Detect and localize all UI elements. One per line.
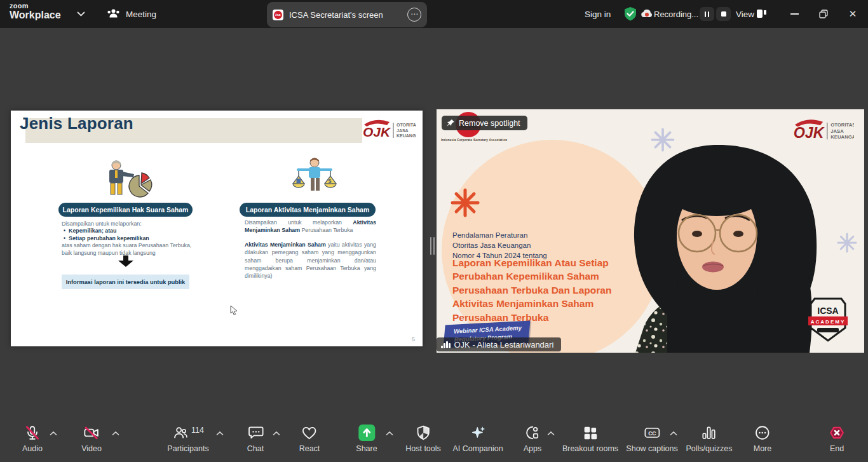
pin-icon	[447, 119, 455, 127]
svg-text:OTORITAS: OTORITAS	[831, 122, 854, 128]
end-label: End	[830, 444, 844, 453]
pause-recording-button[interactable]	[700, 7, 714, 21]
meeting-controls: Audio Video 114 Participants Chat React	[0, 419, 868, 462]
share-options-chevron-icon[interactable]	[386, 431, 393, 436]
breakout-rooms-button[interactable]: Breakout rooms	[562, 425, 618, 453]
video-options-chevron-icon[interactable]	[112, 431, 119, 436]
tab-shared-screen[interactable]: isa ICSA Secretariat's screen ⋯	[267, 2, 427, 27]
slide-page-number: 5	[412, 336, 415, 343]
end-meeting-button[interactable]: End	[829, 425, 845, 453]
captions-icon: CC	[643, 425, 661, 441]
captions-options-chevron-icon[interactable]	[670, 431, 677, 436]
panel-resize-handle[interactable]	[430, 237, 435, 255]
participants-icon	[172, 425, 189, 441]
video-button[interactable]: Video	[81, 425, 102, 453]
audio-label: Audio	[22, 444, 43, 453]
chat-button[interactable]: Chat	[247, 425, 264, 453]
svg-text:JASA: JASA	[397, 128, 409, 133]
camera-off-icon	[83, 425, 100, 441]
remote-mouse-cursor	[230, 306, 239, 316]
breakout-rooms-label: Breakout rooms	[562, 444, 618, 453]
restore-button[interactable]	[810, 0, 837, 28]
close-button[interactable]: ✕	[839, 0, 866, 28]
participants-label: Participants	[167, 444, 208, 453]
share-screen-icon	[358, 425, 375, 441]
chat-label: Chat	[247, 444, 264, 453]
pill-laporan-kepemilikan: Laporan Kepemilikan Hak Suara Saham	[58, 203, 193, 217]
apps-button[interactable]: Apps	[524, 425, 542, 453]
host-tools-label: Host tools	[405, 444, 441, 453]
participant-name: OJK - Alieta Lestariwandari	[454, 340, 554, 350]
polls-bar-chart-icon	[701, 425, 717, 441]
ai-companion-button[interactable]: AI Companion	[452, 425, 503, 453]
svg-text:OJK: OJK	[363, 125, 391, 139]
zoom-meeting-window: zoom Workplace Meeting isa ICSA Secretar…	[0, 0, 868, 462]
slide-title: Jenis Laporan	[20, 114, 133, 133]
breakout-rooms-grid-icon	[582, 425, 599, 441]
polls-label: Polls/quizzes	[686, 444, 733, 453]
view-button[interactable]: View	[736, 0, 754, 28]
more-button[interactable]: More	[754, 425, 771, 453]
ai-companion-label: AI Companion	[452, 444, 503, 453]
svg-text:JASA: JASA	[831, 128, 844, 134]
ownership-illustration	[101, 159, 154, 200]
polls-button[interactable]: Polls/quizzes	[686, 425, 733, 453]
remove-spotlight-button[interactable]: Remove spotlight	[442, 116, 527, 130]
stop-recording-button[interactable]	[716, 7, 731, 21]
people-icon	[107, 8, 120, 20]
down-arrow-icon	[118, 255, 134, 267]
logo-line-workplace: Workplace	[10, 10, 61, 21]
left-bullet-2: •Setiap perubahan kepemilikan	[62, 235, 196, 242]
top-bar: zoom Workplace Meeting isa ICSA Secretar…	[0, 0, 868, 28]
host-tools-button[interactable]: Host tools	[405, 425, 441, 453]
ai-companion-sparkle-icon	[470, 425, 486, 441]
react-label: React	[299, 444, 320, 453]
audio-options-chevron-icon[interactable]	[50, 431, 57, 436]
right-paragraph-2: Aktivitas Menjaminkan Saham yaitu aktivi…	[245, 241, 376, 280]
icsa-academy-badge: ICSA ACADEMY	[808, 295, 848, 343]
show-captions-button[interactable]: CC Show captions	[626, 425, 677, 453]
sign-in-button[interactable]: Sign in	[585, 0, 611, 28]
apps-options-chevron-icon[interactable]	[547, 431, 555, 436]
participants-button[interactable]: 114 Participants	[167, 425, 208, 453]
view-layout-icon[interactable]	[757, 10, 766, 18]
icsa-tab-icon: isa	[273, 10, 283, 20]
recording-status-label: Recording...	[654, 0, 698, 28]
minimize-button[interactable]	[781, 0, 808, 28]
apps-icon	[524, 425, 541, 441]
restore-icon	[819, 10, 828, 18]
left-bullet-1: •Kepemilikan; atau	[62, 228, 196, 234]
host-tools-shield-icon	[415, 425, 431, 441]
react-button[interactable]: React	[299, 425, 320, 453]
security-shield-icon[interactable]	[623, 6, 637, 22]
pill-laporan-aktivitas: Laporan Aktivitas Menjaminkan Saham	[240, 203, 376, 217]
participants-options-chevron-icon[interactable]	[216, 431, 224, 436]
left-outro: atas saham dengan hak suara Perusahaan T…	[62, 242, 196, 257]
show-captions-label: Show captions	[626, 444, 677, 453]
more-ellipsis-icon	[754, 425, 771, 441]
pledge-illustration: $	[288, 157, 341, 199]
participant-name-tag: OJK - Alieta Lestariwandari	[437, 337, 561, 351]
svg-text:KEUANGAN: KEUANGAN	[397, 133, 416, 138]
left-column-text: Disampaikan untuk melaporkan: •Kepemilik…	[62, 221, 196, 257]
chat-options-chevron-icon[interactable]	[273, 431, 280, 436]
shared-screen-slide: Jenis Laporan OJK OTORITAS JASA KEUANGAN	[11, 111, 423, 346]
audio-button[interactable]: Audio	[22, 425, 43, 453]
share-button[interactable]: Share	[356, 425, 377, 453]
heart-icon	[301, 425, 318, 441]
tab-meeting[interactable]: Meeting	[107, 0, 156, 28]
chevron-down-icon[interactable]	[77, 11, 85, 17]
more-label: More	[754, 444, 771, 453]
share-label: Share	[356, 444, 377, 453]
icsa-tagline: Indonesia Corporate Secretary Associatio…	[441, 139, 530, 142]
tab-shared-screen-label: ICSA Secretariat's screen	[289, 10, 402, 20]
speaker-video-tile: icsa Indonesia Corporate Secretary Assoc…	[437, 109, 864, 353]
tab-options-icon[interactable]: ⋯	[407, 8, 421, 22]
audio-level-icon	[441, 341, 451, 348]
public-info-box: Informasi laporan ini tersedia untuk pub…	[62, 275, 189, 289]
svg-text:ICSA: ICSA	[817, 306, 838, 316]
participants-count: 114	[191, 426, 204, 435]
right-column-text: Disampaikan untuk melaporkan Aktivitas M…	[245, 219, 376, 280]
asterisk-decoration	[451, 188, 480, 217]
microphone-muted-icon	[24, 425, 41, 441]
